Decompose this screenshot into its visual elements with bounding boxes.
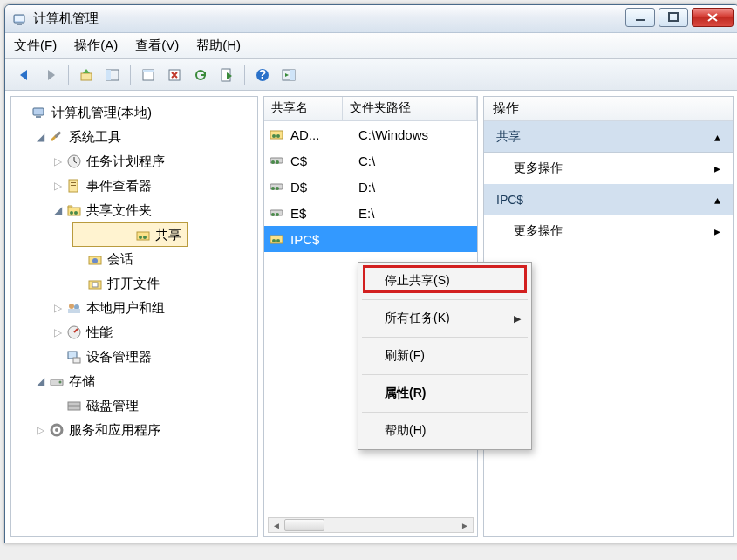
share-path: D:\ — [358, 180, 375, 195]
actions-section-ipc[interactable]: IPC$ ▴ — [484, 184, 733, 215]
expand-icon[interactable]: ▷ — [51, 326, 64, 338]
svg-point-28 — [139, 236, 142, 239]
collapse-icon[interactable]: ▴ — [714, 193, 720, 207]
tree-storage[interactable]: ◢ 存储 — [15, 369, 257, 393]
share-name: D$ — [290, 180, 358, 195]
tree-services-apps[interactable]: ▷ 服务和应用程序 — [15, 418, 257, 442]
share-path: C:\ — [358, 154, 375, 168]
tree-device-manager[interactable]: 设备管理器 — [15, 345, 257, 369]
tree-label: 磁盘管理 — [86, 398, 139, 414]
svg-rect-46 — [270, 131, 283, 139]
window-title: 计算机管理 — [33, 10, 99, 27]
sessions-icon — [86, 250, 104, 268]
tree-event-viewer[interactable]: ▷ 事件查看器 — [15, 174, 257, 198]
tree-local-users[interactable]: ▷ 本地用户和组 — [15, 296, 257, 320]
shared-folder-icon — [65, 201, 83, 219]
menu-view[interactable]: 查看(V) — [135, 38, 179, 54]
tree-root[interactable]: 计算机管理(本地) — [15, 100, 257, 125]
item-label: 更多操作 — [514, 223, 563, 239]
console-tree[interactable]: 计算机管理(本地) ◢ 系统工具 ▷ 任务计划程序 ▷ 事件查看器 — [11, 97, 257, 442]
context-menu: 停止共享(S) 所有任务(K)▶ 刷新(F) 属性(R) 帮助(H) — [358, 262, 532, 450]
submenu-icon: ▸ — [714, 224, 720, 238]
tree-label: 性能 — [86, 324, 113, 341]
col-share-name[interactable]: 共享名 — [264, 97, 343, 120]
share-name: IPC$ — [290, 232, 358, 247]
share-row-selected[interactable]: IPC$ — [264, 226, 477, 252]
ctx-label: 帮助(H) — [385, 423, 426, 439]
svg-text:?: ? — [259, 67, 267, 81]
console-tree-pane: 计算机管理(本地) ◢ 系统工具 ▷ 任务计划程序 ▷ 事件查看器 — [10, 96, 258, 537]
up-button[interactable] — [74, 63, 99, 87]
svg-point-56 — [271, 213, 275, 216]
expand-icon[interactable]: ▷ — [34, 424, 46, 436]
actions-more-ipc[interactable]: 更多操作 ▸ — [484, 215, 733, 247]
tree-sessions[interactable]: 会话 — [15, 247, 257, 271]
drive-share-icon — [268, 178, 287, 195]
col-folder-path[interactable]: 文件夹路径 — [343, 97, 477, 120]
nav-back-button[interactable] — [12, 63, 37, 87]
refresh-button[interactable] — [188, 63, 213, 87]
menu-action[interactable]: 操作(A) — [74, 38, 118, 54]
section-title: 共享 — [496, 129, 521, 145]
share-row[interactable]: C$ C:\ — [264, 147, 477, 174]
tree-disk-management[interactable]: 磁盘管理 — [15, 393, 257, 418]
menu-file[interactable]: 文件(F) — [14, 38, 57, 54]
svg-point-45 — [55, 428, 58, 432]
share-name: C$ — [290, 154, 358, 168]
tree-shares[interactable]: 共享 — [72, 222, 188, 247]
ctx-properties[interactable]: 属性(R) — [360, 379, 529, 408]
svg-point-51 — [276, 160, 279, 164]
share-row[interactable]: E$ E:\ — [264, 200, 477, 226]
share-row[interactable]: D$ D:\ — [264, 174, 477, 200]
ctx-refresh[interactable]: 刷新(F) — [360, 341, 529, 371]
shares-list[interactable]: AD... C:\Windows C$ C:\ D$ D:\ E$ E:\ — [264, 121, 477, 252]
collapse-icon[interactable]: ▴ — [714, 130, 720, 144]
tree-open-files[interactable]: 打开文件 — [15, 271, 257, 296]
tree-label: 共享 — [155, 227, 181, 243]
export-button[interactable] — [215, 63, 239, 87]
tools-icon — [48, 128, 65, 146]
submenu-ic
        
        : ▸ — [714, 161, 720, 175]
action-pane-button[interactable] — [276, 63, 301, 87]
ctx-all-tasks[interactable]: 所有任务(K)▶ — [360, 304, 529, 333]
close-button[interactable] — [692, 8, 734, 27]
help-button[interactable]: ? — [250, 63, 275, 87]
minimize-button[interactable] — [625, 8, 655, 27]
tree-performance[interactable]: ▷ 性能 — [15, 320, 257, 345]
actions-section-shares[interactable]: 共享 ▴ — [484, 121, 733, 153]
delete-button[interactable] — [162, 63, 187, 87]
scroll-thumb[interactable] — [284, 519, 324, 531]
svg-point-54 — [276, 187, 279, 190]
tree-task-scheduler[interactable]: ▷ 任务计划程序 — [15, 149, 257, 174]
actions-more-shares[interactable]: 更多操作 ▸ — [484, 153, 733, 184]
svg-rect-9 — [143, 70, 154, 72]
menu-help[interactable]: 帮助(H) — [196, 38, 241, 54]
show-hide-tree-button[interactable] — [100, 63, 125, 87]
nav-forward-button[interactable] — [38, 63, 63, 87]
expand-icon[interactable]: ▷ — [51, 155, 64, 167]
svg-point-59 — [272, 239, 276, 242]
properties-button[interactable] — [136, 63, 160, 87]
horizontal-scrollbar[interactable]: ◄ ► — [268, 517, 474, 533]
tree-label: 打开文件 — [107, 276, 160, 292]
expand-icon[interactable]: ▷ — [51, 180, 64, 192]
scroll-right-arrow[interactable]: ► — [457, 518, 473, 532]
svg-rect-3 — [636, 19, 645, 21]
svg-point-31 — [92, 258, 98, 263]
collapse-icon[interactable]: ◢ — [34, 131, 46, 143]
ctx-stop-sharing[interactable]: 停止共享(S) — [360, 266, 529, 296]
tree-label: 共享文件夹 — [86, 202, 152, 219]
tree-label: 存储 — [69, 373, 95, 390]
maximize-button[interactable] — [659, 8, 688, 27]
tree-shared-folders[interactable]: ◢ 共享文件夹 — [15, 198, 257, 222]
ctx-help[interactable]: 帮助(H) — [360, 416, 529, 446]
collapse-icon[interactable]: ◢ — [34, 375, 46, 387]
share-row[interactable]: AD... C:\Windows — [264, 121, 477, 147]
svg-point-60 — [276, 239, 280, 242]
scroll-left-arrow[interactable]: ◄ — [269, 518, 284, 532]
expand-icon[interactable]: ▷ — [51, 302, 64, 314]
svg-rect-4 — [669, 13, 678, 21]
ctx-separator — [362, 374, 528, 375]
collapse-icon[interactable]: ◢ — [51, 204, 64, 216]
tree-system-tools[interactable]: ◢ 系统工具 — [15, 125, 257, 149]
